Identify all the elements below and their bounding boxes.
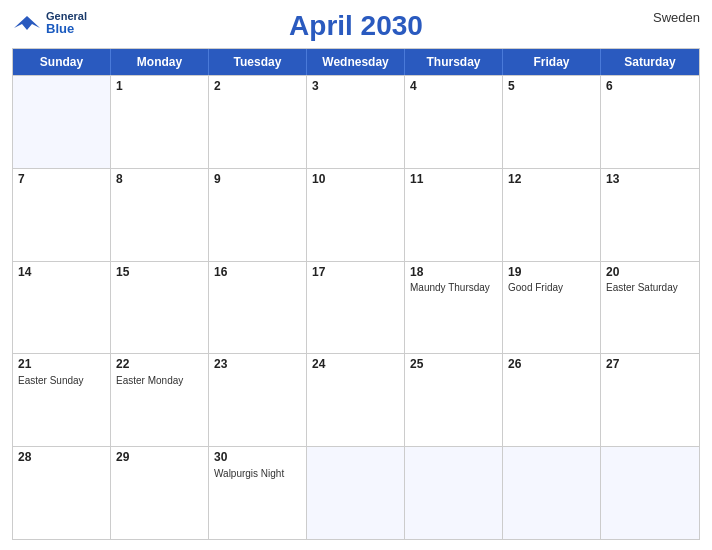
cal-cell bbox=[405, 447, 503, 539]
logo: General Blue bbox=[12, 10, 87, 36]
cal-cell: 4 bbox=[405, 76, 503, 168]
week-row-2: 7 8 9 10 11 12 13 bbox=[13, 168, 699, 261]
week-row-3: 14 15 16 17 18 Maundy Thursday 19 Good F… bbox=[13, 261, 699, 354]
header-wednesday: Wednesday bbox=[307, 49, 405, 75]
country-label: Sweden bbox=[653, 10, 700, 25]
cal-cell: 22 Easter Monday bbox=[111, 354, 209, 446]
cal-cell: 30 Walpurgis Night bbox=[209, 447, 307, 539]
cal-cell: 10 bbox=[307, 169, 405, 261]
cal-cell: 25 bbox=[405, 354, 503, 446]
cal-cell: 27 bbox=[601, 354, 699, 446]
cal-cell: 1 bbox=[111, 76, 209, 168]
cal-cell: 2 bbox=[209, 76, 307, 168]
cal-cell: 23 bbox=[209, 354, 307, 446]
cal-cell: 16 bbox=[209, 262, 307, 354]
header-friday: Friday bbox=[503, 49, 601, 75]
cal-cell: 5 bbox=[503, 76, 601, 168]
cal-cell: 8 bbox=[111, 169, 209, 261]
calendar-container: General Blue April 2030 Sweden Sunday Mo… bbox=[0, 0, 712, 550]
cal-cell: 26 bbox=[503, 354, 601, 446]
week-row-4: 21 Easter Sunday 22 Easter Monday 23 24 … bbox=[13, 353, 699, 446]
cal-cell: 6 bbox=[601, 76, 699, 168]
cal-cell: 24 bbox=[307, 354, 405, 446]
header-sunday: Sunday bbox=[13, 49, 111, 75]
calendar-header: General Blue April 2030 Sweden bbox=[12, 10, 700, 42]
logo-bird-icon bbox=[12, 14, 42, 32]
week-row-1: 1 2 3 4 5 6 bbox=[13, 75, 699, 168]
cal-cell: 7 bbox=[13, 169, 111, 261]
svg-marker-0 bbox=[14, 16, 40, 30]
week-row-5: 28 29 30 Walpurgis Night bbox=[13, 446, 699, 539]
calendar-body: 1 2 3 4 5 6 7 8 9 10 11 12 13 14 15 16 bbox=[13, 75, 699, 539]
cal-cell bbox=[503, 447, 601, 539]
weekday-header-row: Sunday Monday Tuesday Wednesday Thursday… bbox=[13, 49, 699, 75]
logo-blue-text: Blue bbox=[46, 22, 87, 36]
cal-cell: 14 bbox=[13, 262, 111, 354]
cal-cell: 15 bbox=[111, 262, 209, 354]
header-saturday: Saturday bbox=[601, 49, 699, 75]
cal-cell: 9 bbox=[209, 169, 307, 261]
cal-cell: 11 bbox=[405, 169, 503, 261]
calendar-grid: Sunday Monday Tuesday Wednesday Thursday… bbox=[12, 48, 700, 540]
header-monday: Monday bbox=[111, 49, 209, 75]
cal-cell: 29 bbox=[111, 447, 209, 539]
header-thursday: Thursday bbox=[405, 49, 503, 75]
cal-cell: 21 Easter Sunday bbox=[13, 354, 111, 446]
cal-cell bbox=[307, 447, 405, 539]
cal-cell: 12 bbox=[503, 169, 601, 261]
cal-cell: 13 bbox=[601, 169, 699, 261]
header-tuesday: Tuesday bbox=[209, 49, 307, 75]
cal-cell: 17 bbox=[307, 262, 405, 354]
cal-cell bbox=[601, 447, 699, 539]
cal-cell: 19 Good Friday bbox=[503, 262, 601, 354]
cal-cell: 3 bbox=[307, 76, 405, 168]
cal-cell: 18 Maundy Thursday bbox=[405, 262, 503, 354]
page-title: April 2030 bbox=[289, 10, 423, 42]
cal-cell bbox=[13, 76, 111, 168]
cal-cell: 20 Easter Saturday bbox=[601, 262, 699, 354]
cal-cell: 28 bbox=[13, 447, 111, 539]
